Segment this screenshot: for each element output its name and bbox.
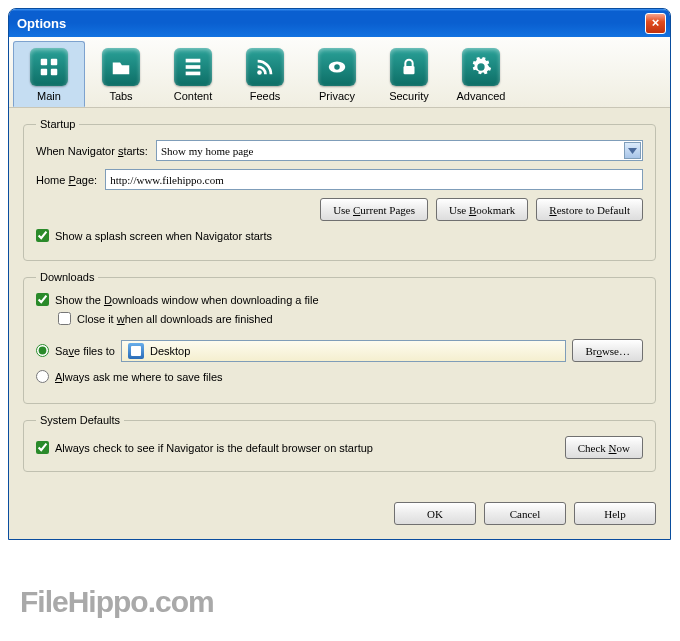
check-now-button[interactable]: Check Now [565, 436, 643, 459]
home-page-label: Home Page: [36, 174, 97, 186]
default-browser-checkbox[interactable] [36, 441, 49, 454]
tab-content[interactable]: Content [157, 41, 229, 107]
svg-rect-2 [41, 69, 47, 75]
save-path-text: Desktop [150, 345, 190, 357]
save-path-display: Desktop [121, 340, 566, 362]
privacy-icon [318, 48, 356, 86]
tab-security[interactable]: Security [373, 41, 445, 107]
close-when-done-checkbox[interactable] [58, 312, 71, 325]
svg-rect-0 [41, 59, 47, 65]
save-files-to-radio[interactable] [36, 344, 49, 357]
tab-tabs[interactable]: Tabs [85, 41, 157, 107]
group-legend: Downloads [36, 271, 98, 283]
svg-rect-4 [186, 59, 201, 63]
tab-label: Main [14, 90, 84, 102]
svg-rect-1 [51, 59, 57, 65]
close-when-done-label: Close it when all downloads are finished [77, 313, 273, 325]
cancel-button[interactable]: Cancel [484, 502, 566, 525]
options-dialog: Options × Main Tabs Content Feeds [8, 8, 671, 540]
save-files-to-label: Save files to [55, 345, 115, 357]
tab-label: Privacy [302, 90, 372, 102]
svg-rect-6 [186, 72, 201, 76]
tab-feeds[interactable]: Feeds [229, 41, 301, 107]
when-starts-select[interactable]: Show my home page [156, 140, 643, 161]
ok-button[interactable]: OK [394, 502, 476, 525]
tab-label: Security [374, 90, 444, 102]
tab-advanced[interactable]: Advanced [445, 41, 517, 107]
svg-point-9 [334, 64, 340, 70]
security-icon [390, 48, 428, 86]
close-icon[interactable]: × [645, 13, 666, 34]
gear-icon [462, 48, 500, 86]
group-legend: Startup [36, 118, 79, 130]
watermark-text: FileHippo.com [20, 585, 214, 619]
tabs-icon [102, 48, 140, 86]
svg-point-7 [257, 70, 262, 75]
group-legend: System Defaults [36, 414, 124, 426]
restore-default-button[interactable]: Restore to Default [536, 198, 643, 221]
downloads-group: Downloads Show the Downloads window when… [23, 271, 656, 404]
svg-rect-10 [404, 66, 415, 74]
browse-button[interactable]: Browse… [572, 339, 643, 362]
tab-label: Feeds [230, 90, 300, 102]
tab-label: Advanced [446, 90, 516, 102]
home-page-input[interactable] [105, 169, 643, 190]
show-downloads-label: Show the Downloads window when downloadi… [55, 294, 319, 306]
tab-main[interactable]: Main [13, 41, 85, 107]
help-button[interactable]: Help [574, 502, 656, 525]
svg-rect-5 [186, 65, 201, 69]
tab-label: Content [158, 90, 228, 102]
dialog-footer: OK Cancel Help [9, 496, 670, 539]
system-defaults-group: System Defaults Always check to see if N… [23, 414, 656, 472]
show-downloads-checkbox[interactable] [36, 293, 49, 306]
use-current-pages-button[interactable]: Use Current Pages [320, 198, 428, 221]
use-bookmark-button[interactable]: Use Bookmark [436, 198, 528, 221]
window-title: Options [17, 16, 645, 31]
startup-group: Startup When Navigator starts: Show my h… [23, 118, 656, 261]
always-ask-radio[interactable] [36, 370, 49, 383]
desktop-icon [128, 343, 144, 359]
content-icon [174, 48, 212, 86]
svg-rect-3 [51, 69, 57, 75]
main-icon [30, 48, 68, 86]
tab-privacy[interactable]: Privacy [301, 41, 373, 107]
splash-checkbox[interactable] [36, 229, 49, 242]
category-toolbar: Main Tabs Content Feeds Privacy [9, 37, 670, 108]
always-ask-label: Always ask me where to save files [55, 371, 223, 383]
tab-label: Tabs [86, 90, 156, 102]
default-browser-label: Always check to see if Navigator is the … [55, 442, 373, 454]
when-starts-label: When Navigator starts: [36, 145, 148, 157]
feeds-icon [246, 48, 284, 86]
main-panel: Startup When Navigator starts: Show my h… [9, 108, 670, 496]
splash-label: Show a splash screen when Navigator star… [55, 230, 272, 242]
titlebar[interactable]: Options × [9, 9, 670, 37]
